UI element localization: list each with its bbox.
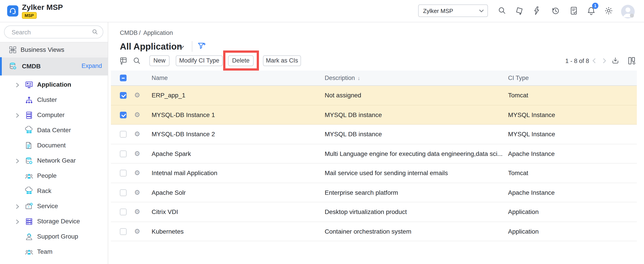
sidebar-item-application[interactable]: Application xyxy=(0,77,108,92)
chevron-right-icon[interactable] xyxy=(16,219,19,224)
support-group-icon xyxy=(24,232,34,241)
org-selector-value: Zylker MSP xyxy=(423,7,453,14)
global-search-icon[interactable] xyxy=(497,6,507,16)
sidebar-item-storage-device[interactable]: Storage Device xyxy=(0,214,108,229)
sidebar-item-cluster[interactable]: Cluster xyxy=(0,92,108,108)
rack-icon xyxy=(24,187,34,196)
row-gear-icon[interactable]: ⚙ xyxy=(134,202,140,222)
sidebar-item-people[interactable]: People xyxy=(0,168,108,184)
main-content: CMDB/ Application All Application New Mo… xyxy=(108,22,644,264)
divider xyxy=(192,41,192,52)
chevron-down-icon xyxy=(479,9,484,12)
sidebar-item-service[interactable]: Service xyxy=(0,199,108,214)
approvals-tasklist-icon[interactable] xyxy=(569,6,579,16)
table-add-icon[interactable] xyxy=(119,56,128,65)
app-window: Zylker MSP MSP Zylker MSP 1 xyxy=(0,0,644,264)
table-row[interactable]: ⚙ ERP_app_1 Not assigned Tomcat xyxy=(111,86,637,105)
business-views-icon xyxy=(8,45,17,54)
sidebar-item-support-group[interactable]: Support Group xyxy=(0,229,108,244)
list-search-icon[interactable] xyxy=(132,56,141,65)
expand-link[interactable]: Expand xyxy=(82,62,102,69)
row-gear-icon[interactable]: ⚙ xyxy=(134,86,140,105)
row-checkbox[interactable] xyxy=(120,189,126,196)
cmdb-icon xyxy=(8,62,18,71)
cmdb-tree: Application Cluster Computer Data Center… xyxy=(0,77,108,260)
table-row[interactable]: ⚙ Apache Solr Enterprise search platform… xyxy=(111,183,637,202)
row-checkbox[interactable] xyxy=(120,150,126,157)
user-avatar[interactable] xyxy=(620,4,636,19)
sidebar-item-rack[interactable]: Rack xyxy=(0,184,108,199)
chevron-right-icon[interactable] xyxy=(16,83,19,88)
document-icon xyxy=(24,141,34,150)
table-row[interactable]: ⚙ MYSQL-DB Instance 2 MYSQL DB instance … xyxy=(111,125,637,144)
breadcrumb-current: Application xyxy=(143,29,173,36)
row-gear-icon[interactable]: ⚙ xyxy=(134,144,140,163)
pagination-next-icon[interactable] xyxy=(602,58,607,63)
row-checkbox[interactable] xyxy=(120,228,126,235)
app-logo[interactable] xyxy=(7,5,18,16)
sidebar-search[interactable] xyxy=(4,25,103,38)
history-icon[interactable] xyxy=(550,6,560,16)
new-button[interactable]: New xyxy=(149,55,170,66)
breadcrumb-parent[interactable]: CMDB xyxy=(120,29,138,36)
delete-button[interactable]: Delete xyxy=(228,55,254,66)
ticket-add-icon[interactable] xyxy=(514,6,524,16)
view-title[interactable]: All Application xyxy=(120,41,182,52)
row-gear-icon[interactable]: ⚙ xyxy=(134,222,140,241)
select-all-checkbox[interactable] xyxy=(120,75,126,81)
row-checkbox[interactable] xyxy=(120,170,126,176)
settings-gear-icon[interactable] xyxy=(604,6,614,16)
chevron-right-icon[interactable] xyxy=(16,204,19,209)
sidebar-item-team[interactable]: Team xyxy=(0,244,108,260)
sidebar-item-business-views[interactable]: Business Views xyxy=(0,42,108,57)
row-checkbox[interactable] xyxy=(120,209,126,215)
ci-table: Name Description↓ CI Type ⚙ ERP_app_1 No… xyxy=(111,71,637,241)
row-gear-icon[interactable]: ⚙ xyxy=(134,125,140,144)
row-checkbox[interactable] xyxy=(120,92,126,99)
sidebar-item-cmdb[interactable]: CMDB Expand xyxy=(0,57,108,75)
table-row[interactable]: ⚙ Apache Spark Multi Language engine for… xyxy=(111,144,637,164)
sidebar-item-computer[interactable]: Computer xyxy=(0,108,108,123)
application-icon xyxy=(24,80,34,89)
column-header-ci-type[interactable]: CI Type xyxy=(508,71,529,86)
headset-icon xyxy=(8,7,17,15)
row-gear-icon[interactable]: ⚙ xyxy=(134,164,140,183)
filter-add-icon[interactable] xyxy=(197,41,206,51)
chevron-right-icon[interactable] xyxy=(16,159,19,164)
org-selector[interactable]: Zylker MSP xyxy=(418,4,488,17)
pagination-prev-icon[interactable] xyxy=(592,58,597,63)
sort-descending-icon: ↓ xyxy=(358,75,360,81)
app-title: Zylker MSP xyxy=(22,3,63,12)
modify-ci-type-button[interactable]: Modify CI Type xyxy=(176,55,223,66)
sidebar-item-network-gear[interactable]: Network Gear xyxy=(0,153,108,168)
computer-icon xyxy=(24,111,34,120)
table-row[interactable]: ⚙ Citrix VDI Desktop virtualization prod… xyxy=(111,202,637,222)
people-icon xyxy=(24,172,34,181)
storage-device-icon xyxy=(24,217,34,226)
mark-as-cis-button[interactable]: Mark as CIs xyxy=(263,55,301,66)
table-row[interactable]: ⚙ MYSQL-DB Instance 1 MYSQL DB instance … xyxy=(111,105,637,125)
row-gear-icon[interactable]: ⚙ xyxy=(134,183,140,202)
column-settings-icon[interactable] xyxy=(627,56,637,65)
sidebar-item-data-center[interactable]: Data Center xyxy=(0,123,108,138)
cluster-icon xyxy=(24,96,34,105)
chevron-right-icon[interactable] xyxy=(16,113,19,118)
column-header-name[interactable]: Name xyxy=(152,71,168,86)
sidebar-search-input[interactable] xyxy=(11,27,88,37)
service-icon xyxy=(24,202,34,211)
table-row[interactable]: ⚙ Kubernetes Container orchestration sys… xyxy=(111,222,637,241)
row-gear-icon[interactable]: ⚙ xyxy=(134,105,140,124)
export-download-icon[interactable] xyxy=(611,56,620,65)
notification-badge: 1 xyxy=(592,3,598,9)
team-icon xyxy=(24,248,34,257)
column-header-description[interactable]: Description↓ xyxy=(325,71,360,86)
sidebar: Business Views CMDB Expand Application C… xyxy=(0,22,108,264)
row-checkbox[interactable] xyxy=(120,131,126,138)
chevron-down-icon[interactable] xyxy=(178,45,184,49)
row-checkbox[interactable] xyxy=(120,111,126,118)
data-center-icon xyxy=(24,126,34,135)
sidebar-item-document[interactable]: Document xyxy=(0,138,108,153)
business-views-label: Business Views xyxy=(20,46,64,53)
quick-actions-lightning-icon[interactable] xyxy=(532,6,542,16)
table-row[interactable]: ⚙ Intetnal mail Application Mail service… xyxy=(111,164,637,183)
